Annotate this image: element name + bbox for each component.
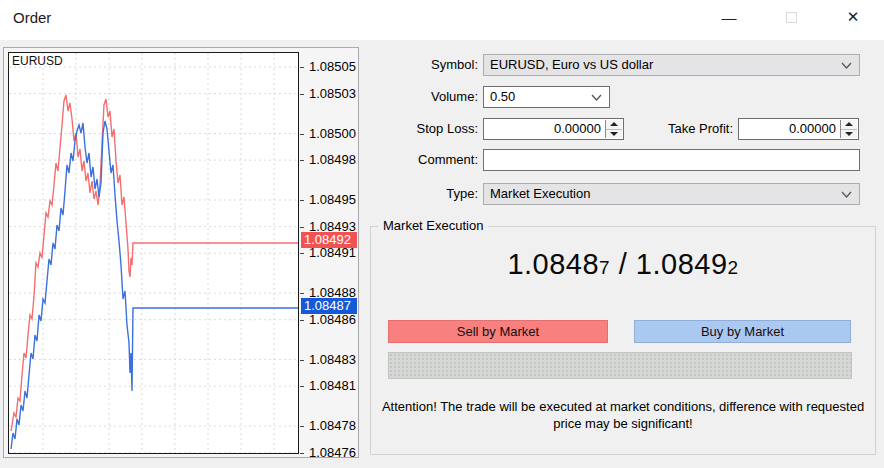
spin-up-button[interactable] xyxy=(606,120,622,130)
volume-value: 0.50 xyxy=(490,89,515,104)
take-profit-input[interactable]: 0.00000 xyxy=(738,118,859,140)
take-profit-stepper xyxy=(840,120,857,138)
axis-tick xyxy=(300,227,304,228)
axis-price-label: 1.08495 xyxy=(309,192,356,208)
minimize-icon: — xyxy=(722,9,737,26)
axis-price-label: 1.08488 xyxy=(309,285,356,301)
take-profit-value: 0.00000 xyxy=(789,121,836,136)
volume-select[interactable]: 0.50 xyxy=(483,86,610,108)
axis-price-label: 1.08476 xyxy=(309,445,356,461)
axis-tick xyxy=(300,320,304,321)
price-scale: 1.08492 1.08487 1.085051.085031.085001.0… xyxy=(300,48,358,458)
type-select[interactable]: Market Execution xyxy=(483,183,860,205)
axis-tick xyxy=(300,360,304,361)
spin-down-button[interactable] xyxy=(606,130,622,139)
quote-ask-main: 1.0849 xyxy=(636,248,728,280)
axis-tick xyxy=(300,453,304,454)
sell-by-market-button[interactable]: Sell by Market xyxy=(388,320,608,343)
axis-tick xyxy=(300,134,304,135)
spin-up-icon xyxy=(610,122,618,126)
chart-panel: EURUSD 1.08492 1.08487 1.085051.085031.0… xyxy=(3,47,359,458)
stop-loss-label: Stop Loss: xyxy=(368,118,478,139)
window-controls: — ✕ xyxy=(698,0,884,34)
attention-text: Attention! The trade will be executed at… xyxy=(375,398,871,432)
axis-price-label: 1.08491 xyxy=(309,245,356,261)
execution-progress-bar xyxy=(388,352,852,379)
symbol-label: Symbol: xyxy=(368,54,478,75)
axis-tick xyxy=(300,200,304,201)
chevron-down-icon xyxy=(840,59,853,72)
quote-bid-last-digit: 7 xyxy=(599,257,610,278)
axis-tick xyxy=(300,253,304,254)
axis-price-label: 1.08486 xyxy=(309,312,356,328)
axis-price-label: 1.08500 xyxy=(309,126,356,142)
axis-tick xyxy=(300,160,304,161)
comment-label: Comment: xyxy=(368,149,478,170)
stop-loss-value: 0.00000 xyxy=(554,121,601,136)
axis-tick xyxy=(300,426,304,427)
spin-down-icon xyxy=(610,132,618,136)
axis-price-label: 1.08483 xyxy=(309,352,356,368)
tick-chart-svg xyxy=(9,53,298,453)
spin-up-icon xyxy=(845,122,853,126)
axis-price-label: 1.08498 xyxy=(309,152,356,168)
tick-chart: EURUSD xyxy=(8,52,299,454)
spin-up-button[interactable] xyxy=(841,120,857,130)
axis-price-label: 1.08493 xyxy=(309,219,356,235)
axis-price-label: 1.08481 xyxy=(309,378,356,394)
type-value: Market Execution xyxy=(490,186,590,201)
quote-bid-main: 1.0848 xyxy=(507,248,599,280)
chart-symbol-label: EURUSD xyxy=(12,54,63,68)
close-button[interactable]: ✕ xyxy=(822,0,884,34)
axis-tick xyxy=(300,293,304,294)
type-label: Type: xyxy=(368,183,478,204)
stop-loss-input[interactable]: 0.00000 xyxy=(483,118,624,140)
spin-down-icon xyxy=(845,132,853,136)
window-title: Order xyxy=(13,9,51,26)
axis-price-label: 1.08503 xyxy=(309,86,356,102)
quote-ask-last-digit: 2 xyxy=(728,257,739,278)
comment-input[interactable] xyxy=(483,149,860,171)
market-execution-group-label: Market Execution xyxy=(378,218,488,233)
chevron-down-icon xyxy=(840,188,853,201)
spin-down-button[interactable] xyxy=(841,130,857,139)
stop-loss-stepper xyxy=(605,120,622,138)
axis-price-label: 1.08505 xyxy=(309,59,356,75)
minimize-button[interactable]: — xyxy=(698,0,760,34)
axis-tick xyxy=(300,386,304,387)
volume-label: Volume: xyxy=(368,86,478,107)
quote-display: 1.08487 / 1.08492 xyxy=(370,248,876,281)
take-profit-label: Take Profit: xyxy=(623,118,733,139)
axis-tick xyxy=(300,67,304,68)
maximize-button xyxy=(760,0,822,34)
title-bar: Order — ✕ xyxy=(0,0,884,40)
maximize-icon xyxy=(786,12,797,23)
quote-separator: / xyxy=(610,248,636,280)
axis-tick xyxy=(300,94,304,95)
buy-by-market-button[interactable]: Buy by Market xyxy=(634,320,851,343)
chevron-down-icon xyxy=(590,91,603,104)
axis-price-label: 1.08478 xyxy=(309,418,356,434)
close-icon: ✕ xyxy=(847,8,860,26)
symbol-select[interactable]: EURUSD, Euro vs US dollar xyxy=(483,54,860,76)
symbol-value: EURUSD, Euro vs US dollar xyxy=(490,57,653,72)
